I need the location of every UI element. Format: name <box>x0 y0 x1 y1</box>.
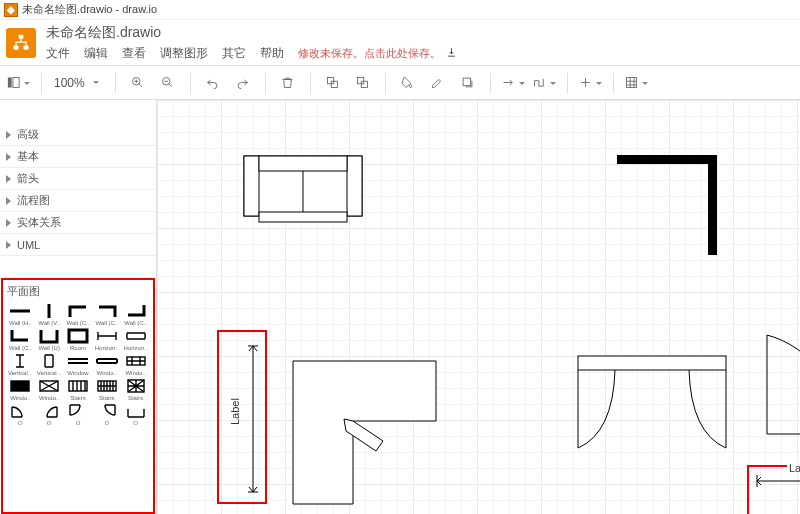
chevron-right-icon <box>6 241 11 249</box>
menu-other[interactable]: 其它 <box>222 45 246 62</box>
menu-view[interactable]: 查看 <box>122 45 146 62</box>
shape-dimension-v[interactable]: Label <box>247 346 263 495</box>
waypoint-button[interactable] <box>532 71 557 95</box>
cat-arrow[interactable]: 箭头 <box>0 168 156 190</box>
dimension-label: Label <box>229 398 241 425</box>
dimension-label2: Label <box>787 462 800 474</box>
shape-dim-v1[interactable]: Vertical .. <box>7 353 34 376</box>
chevron-right-icon <box>6 131 11 139</box>
shape-door[interactable] <box>767 335 800 438</box>
svg-rect-25 <box>578 356 726 370</box>
svg-rect-7 <box>328 78 334 84</box>
shape-dim-v2[interactable]: Vertical .. <box>36 353 63 376</box>
menubar: 文件 编辑 查看 调整图形 其它 帮助 修改未保存。点击此处保存。 <box>46 45 457 62</box>
menu-adjust[interactable]: 调整图形 <box>160 45 208 62</box>
shape-door2[interactable]: O <box>36 403 63 426</box>
insert-button[interactable] <box>578 71 603 95</box>
shape-door3[interactable]: O <box>65 403 92 426</box>
shape-dim-h2[interactable]: Horizon.. <box>122 328 149 351</box>
to-back-button[interactable] <box>351 71 375 95</box>
shape-door1[interactable]: O <box>7 403 34 426</box>
shadow-button[interactable] <box>456 71 480 95</box>
table-button[interactable] <box>624 71 649 95</box>
zoom-in-button[interactable] <box>126 71 150 95</box>
svg-rect-15 <box>11 381 29 391</box>
svg-rect-3 <box>8 78 12 88</box>
app-header: 未命名绘图.drawio 文件 编辑 查看 调整图形 其它 帮助 修改未保存。点… <box>0 20 800 66</box>
to-front-button[interactable] <box>321 71 345 95</box>
shape-stairs1[interactable]: Stairs <box>65 378 92 401</box>
shape-wall-c2[interactable]: Wall (C.. <box>93 303 120 326</box>
svg-rect-0 <box>19 34 24 38</box>
svg-rect-9 <box>361 81 367 87</box>
toolbar: 100% <box>0 66 800 100</box>
fill-color-button[interactable] <box>396 71 420 95</box>
shape-window2[interactable]: Windo.. <box>93 353 120 376</box>
cat-uml[interactable]: UML <box>0 234 156 256</box>
chevron-right-icon <box>6 219 11 227</box>
svg-rect-1 <box>14 45 19 49</box>
shape-wall-c1[interactable]: Wall (C.. <box>65 303 92 326</box>
shape-door4[interactable]: O <box>93 403 120 426</box>
shape-stairs3[interactable]: Stairs <box>122 378 149 401</box>
shape-wall-h[interactable]: Wall (H.. <box>7 303 34 326</box>
drawio-favicon: ◆ <box>4 3 18 17</box>
sidebar-toggle[interactable] <box>6 71 31 95</box>
shape-wall-corner[interactable] <box>617 155 717 258</box>
cat-advanced[interactable]: 高级 <box>0 124 156 146</box>
shape-dim-h1[interactable]: Horizon.. <box>93 328 120 351</box>
workspace: 高级 基本 箭头 流程图 实体关系 UML 平面图 Wall (H.. Wall… <box>0 100 800 514</box>
delete-button[interactable] <box>276 71 300 95</box>
svg-rect-10 <box>358 78 364 84</box>
chevron-right-icon <box>6 197 11 205</box>
chevron-right-icon <box>6 175 11 183</box>
svg-rect-21 <box>244 156 259 216</box>
zoom-out-button[interactable] <box>156 71 180 95</box>
menu-help[interactable]: 帮助 <box>260 45 284 62</box>
shape-sofa[interactable] <box>243 155 363 230</box>
window-title: 未命名绘图.drawio - draw.io <box>22 2 157 17</box>
unsaved-warning[interactable]: 修改未保存。点击此处保存。 <box>298 46 457 61</box>
menu-file[interactable]: 文件 <box>46 45 70 62</box>
svg-rect-12 <box>626 78 636 88</box>
shape-window5[interactable]: Windo.. <box>36 378 63 401</box>
drawio-logo[interactable] <box>6 28 36 58</box>
svg-rect-22 <box>347 156 362 216</box>
shape-sidebar: 高级 基本 箭头 流程图 实体关系 UML 平面图 Wall (H.. Wall… <box>0 100 157 514</box>
shape-wall-c4[interactable]: Wall (C.. <box>7 328 34 351</box>
svg-rect-8 <box>331 81 337 87</box>
shape-dimension-h[interactable]: Label <box>757 474 800 495</box>
shape-room[interactable]: Room <box>65 328 92 351</box>
svg-rect-24 <box>259 212 347 222</box>
shape-stairs2[interactable]: Stairs <box>93 378 120 401</box>
redo-button[interactable] <box>231 71 255 95</box>
palette-floorplan: 平面图 Wall (H.. Wall (V.. Wall (C.. Wall (… <box>1 278 155 514</box>
svg-rect-13 <box>69 330 87 342</box>
shape-kitchen-counter[interactable] <box>292 360 437 508</box>
palette-title: 平面图 <box>7 284 149 299</box>
undo-button[interactable] <box>201 71 225 95</box>
filename[interactable]: 未命名绘图.drawio <box>46 24 457 42</box>
line-color-button[interactable] <box>426 71 450 95</box>
zoom-level[interactable]: 100% <box>52 76 105 90</box>
menu-edit[interactable]: 编辑 <box>84 45 108 62</box>
canvas[interactable]: Label Label <box>157 100 800 514</box>
shape-wall-u[interactable]: Wall (U) <box>36 328 63 351</box>
shape-curtain[interactable] <box>577 355 727 453</box>
connection-button[interactable] <box>501 71 526 95</box>
shape-window4[interactable]: Windo.. <box>7 378 34 401</box>
cat-flowchart[interactable]: 流程图 <box>0 190 156 212</box>
shape-window3[interactable]: Windo.. <box>122 353 149 376</box>
cat-basic[interactable]: 基本 <box>0 146 156 168</box>
svg-rect-23 <box>259 156 347 171</box>
download-icon <box>446 47 457 58</box>
svg-rect-11 <box>463 78 471 86</box>
cat-entity[interactable]: 实体关系 <box>0 212 156 234</box>
svg-rect-2 <box>24 45 29 49</box>
shape-door5[interactable]: O <box>122 403 149 426</box>
shape-window1[interactable]: Window <box>65 353 92 376</box>
svg-rect-4 <box>13 78 19 88</box>
shape-wall-v[interactable]: Wall (V.. <box>36 303 63 326</box>
search-shapes-row[interactable] <box>0 100 156 124</box>
shape-wall-c3[interactable]: Wall (C.. <box>122 303 149 326</box>
